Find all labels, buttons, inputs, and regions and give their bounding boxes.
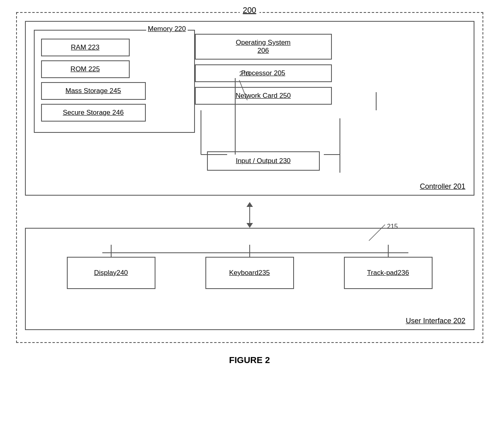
network-card-label: Network Card [236, 92, 280, 99]
memory-num: 220 [174, 25, 186, 33]
mass-storage-label: Mass Storage [66, 87, 110, 95]
io-area: Input / Output 230 [207, 151, 320, 171]
io-box: Input / Output 230 [207, 151, 320, 171]
ram-box: RAM 223 [41, 39, 130, 56]
controller-right: Operating System206 Processor 205 Networ… [195, 30, 348, 105]
display-num: 240 [116, 269, 128, 277]
controller-label: Controller 201 [420, 182, 465, 191]
ui-label-text: User Interface [406, 317, 453, 325]
outer-dashed-box: 200 Memory 220 RAM 223 ROM 225 Mass Stor [16, 12, 483, 343]
os-label: Operating System [236, 39, 290, 46]
ui-label: User Interface 202 [406, 317, 465, 325]
outer-label: 200 [240, 6, 259, 15]
keyboard-connector [249, 245, 250, 257]
trackpad-inner-box: Track-pad 236 [344, 257, 433, 289]
processor-box: Processor 205 [195, 64, 332, 82]
display-box: Display 240 [67, 245, 155, 289]
memory-label-text: Memory [148, 25, 174, 33]
keyboard-num: 235 [259, 269, 270, 277]
controller-label-text: Controller [420, 182, 453, 190]
network-card-box: Network Card 250 [195, 87, 332, 105]
arrow-line [249, 207, 250, 223]
outer-number: 200 [243, 6, 256, 14]
io-label: Input / Output [236, 157, 279, 165]
ui-box: 215 Display 240 Keyboard 235 [25, 228, 474, 330]
os-box: Operating System206 [195, 34, 332, 60]
arrow-container [25, 202, 474, 228]
mass-storage-num: 245 [110, 87, 121, 95]
display-label: Display [94, 269, 116, 277]
ram-num: 223 [88, 43, 99, 51]
display-connector [111, 245, 112, 257]
ui-num: 202 [453, 317, 465, 325]
trackpad-connector [388, 245, 389, 257]
secure-storage-num: 246 [112, 109, 124, 116]
rom-num: 225 [89, 65, 100, 73]
secure-storage-label: Secure Storage [63, 109, 112, 116]
io-num: 230 [279, 157, 290, 165]
secure-storage-box: Secure Storage 246 [41, 104, 146, 122]
rom-label: ROM [70, 65, 88, 73]
memory-box: Memory 220 RAM 223 ROM 225 Mass Storage … [34, 30, 195, 133]
memory-label: Memory 220 [146, 25, 188, 33]
network-card-num: 250 [280, 92, 291, 99]
arrow-head-up [246, 202, 253, 207]
bidirectional-arrow [246, 202, 253, 228]
display-inner-box: Display 240 [67, 257, 155, 289]
keyboard-label: Keyboard [229, 269, 259, 277]
mass-storage-box: Mass Storage 245 [41, 82, 146, 100]
os-num: 206 [257, 47, 269, 54]
trackpad-num: 236 [398, 269, 409, 277]
keyboard-inner-box: Keyboard 235 [205, 257, 294, 289]
rom-box: ROM 225 [41, 60, 130, 78]
controller-num: 201 [453, 182, 465, 190]
trackpad-label: Track-pad [367, 269, 398, 277]
trackpad-box: Track-pad 236 [344, 245, 433, 289]
processor-label: Processor [241, 69, 274, 77]
controller-inner: Memory 220 RAM 223 ROM 225 Mass Storage … [34, 30, 466, 183]
arrow-head-down [246, 223, 253, 228]
figure-caption: FIGURE 2 [229, 355, 270, 365]
ram-label: RAM [71, 43, 88, 51]
processor-num: 205 [274, 69, 285, 77]
controller-box: Memory 220 RAM 223 ROM 225 Mass Storage … [25, 21, 474, 196]
ui-inner: Display 240 Keyboard 235 Track-pad 236 [34, 237, 466, 317]
keyboard-box: Keyboard 235 [205, 245, 294, 289]
